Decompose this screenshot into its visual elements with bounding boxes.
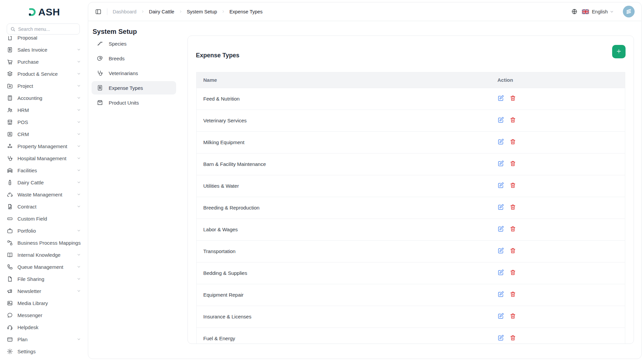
sidebar-item-hrm[interactable]: HRM bbox=[0, 104, 87, 116]
delete-button[interactable] bbox=[509, 313, 516, 320]
sidebar-item-contract[interactable]: Contract bbox=[0, 200, 87, 213]
edit-button[interactable] bbox=[497, 248, 504, 255]
edit-icon bbox=[497, 247, 504, 255]
sidebar-item-file-sharing[interactable]: File Sharing bbox=[0, 273, 87, 285]
table-row: Milking Equipment bbox=[197, 131, 625, 153]
sidebar-item-business-process-mappings[interactable]: Business Process Mappings bbox=[0, 237, 87, 249]
table-row: Utilities & Water bbox=[197, 175, 625, 197]
setup-menu-item-species[interactable]: Species bbox=[92, 37, 176, 50]
sidebar-item-property-management[interactable]: Property Management bbox=[0, 140, 87, 152]
sidebar-item-portfolio[interactable]: Portfolio bbox=[0, 225, 87, 237]
edit-button[interactable] bbox=[497, 204, 504, 211]
edit-button[interactable] bbox=[497, 226, 504, 233]
search-icon bbox=[10, 26, 15, 32]
chevron-down-icon bbox=[76, 156, 81, 161]
delete-button[interactable] bbox=[509, 226, 516, 233]
delete-button[interactable] bbox=[509, 270, 516, 277]
delete-icon bbox=[509, 291, 516, 299]
sidebar-item-hospital-management[interactable]: Hospital Management bbox=[0, 152, 87, 164]
breadcrumb-expense-types[interactable]: Expense Types bbox=[229, 9, 263, 14]
setup-menu-item-veterinarians[interactable]: Veterinarians bbox=[92, 66, 176, 80]
messenger-icon bbox=[7, 312, 13, 318]
delete-button[interactable] bbox=[509, 161, 516, 168]
setup-menu-item-breeds[interactable]: Breeds bbox=[92, 52, 176, 65]
search-input[interactable] bbox=[7, 23, 80, 35]
delete-button[interactable] bbox=[509, 204, 516, 211]
sidebar-toggle-icon[interactable] bbox=[95, 8, 102, 15]
chevron-right-icon bbox=[178, 9, 183, 14]
setup-menu-item-product-units[interactable]: Product Units bbox=[92, 96, 176, 109]
delete-button[interactable] bbox=[509, 335, 516, 342]
edit-button[interactable] bbox=[497, 335, 504, 342]
sidebar-item-dairy-cattle[interactable]: Dairy Cattle bbox=[0, 176, 87, 188]
sidebar-item-newsletter[interactable]: Newsletter bbox=[0, 285, 87, 297]
expense-types-card: Expense Types Name Action Feed & Nutriti… bbox=[187, 36, 634, 344]
sidebar-item-queue-management[interactable]: Queue Management bbox=[0, 261, 87, 273]
sidebar-item-crm[interactable]: CRM bbox=[0, 128, 87, 140]
chevron-right-icon bbox=[141, 9, 145, 14]
internal-knowledge-icon bbox=[7, 252, 13, 258]
setup-menu-item-label: Species bbox=[109, 41, 126, 47]
sidebar-item-label: Hospital Management bbox=[17, 156, 76, 161]
helpdesk-icon bbox=[7, 324, 13, 330]
waste-management-icon bbox=[7, 191, 13, 198]
sidebar-item-messenger[interactable]: Messenger bbox=[0, 309, 87, 321]
edit-button[interactable] bbox=[497, 313, 504, 320]
settings-icon bbox=[7, 348, 13, 355]
sidebar-item-plan[interactable]: Plan bbox=[0, 333, 87, 345]
breadcrumb-dashboard[interactable]: Dashboard bbox=[113, 9, 137, 14]
edit-button[interactable] bbox=[497, 270, 504, 277]
edit-button[interactable] bbox=[497, 161, 504, 168]
chevron-down-icon bbox=[76, 144, 81, 148]
sidebar-item-label: Settings bbox=[17, 349, 81, 354]
sidebar-item-label: Helpdesk bbox=[17, 324, 81, 330]
sidebar-item-label: Accounting bbox=[17, 95, 76, 101]
delete-button[interactable] bbox=[509, 96, 516, 102]
delete-button[interactable] bbox=[509, 117, 516, 124]
sidebar-item-accounting[interactable]: Accounting bbox=[0, 92, 87, 104]
sidebar-item-facilities[interactable]: Facilities bbox=[0, 164, 87, 176]
sidebar-item-internal-knowledge[interactable]: Internal Knowledge bbox=[0, 249, 87, 261]
sidebar-item-label: Custom Field bbox=[17, 216, 81, 222]
chevron-down-icon bbox=[76, 277, 81, 281]
edit-button[interactable] bbox=[497, 139, 504, 146]
edit-button[interactable] bbox=[497, 117, 504, 124]
sidebar-item-product-service[interactable]: Product & Service bbox=[0, 68, 87, 80]
breadcrumb-dairy-cattle[interactable]: Dairy Cattle bbox=[149, 9, 174, 14]
uk-flag-icon bbox=[582, 9, 589, 14]
sidebar-item-custom-field[interactable]: Custom Field bbox=[0, 213, 87, 225]
sidebar-item-helpdesk[interactable]: Helpdesk bbox=[0, 321, 87, 333]
logo-d-icon bbox=[26, 6, 38, 18]
sidebar-item-sales-invoice[interactable]: Sales Invoice bbox=[0, 44, 87, 56]
delete-button[interactable] bbox=[509, 248, 516, 255]
breadcrumb: DashboardDairy CattleSystem SetupExpense… bbox=[113, 9, 263, 14]
breadcrumb-system-setup[interactable]: System Setup bbox=[187, 9, 217, 14]
sidebar-item-project[interactable]: Project bbox=[0, 80, 87, 92]
edit-button[interactable] bbox=[497, 292, 504, 298]
sidebar-item-label: POS bbox=[17, 119, 76, 125]
delete-button[interactable] bbox=[509, 183, 516, 189]
contract-icon bbox=[7, 203, 13, 210]
edit-button[interactable] bbox=[497, 183, 504, 189]
sidebar-item-settings[interactable]: Settings bbox=[0, 345, 87, 357]
sidebar-item-media-library[interactable]: Media Library bbox=[0, 297, 87, 309]
sidebar-item-label: Proposal bbox=[17, 36, 81, 41]
add-expense-type-button[interactable] bbox=[612, 45, 626, 58]
delete-button[interactable] bbox=[509, 139, 516, 146]
avatar[interactable] bbox=[623, 6, 635, 17]
chevron-down-icon bbox=[76, 337, 81, 342]
delete-icon bbox=[509, 117, 516, 124]
edit-button[interactable] bbox=[497, 96, 504, 102]
delete-button[interactable] bbox=[509, 292, 516, 298]
chevron-down-icon bbox=[76, 96, 81, 100]
sidebar-item-proposal[interactable]: Proposal bbox=[0, 36, 87, 44]
setup-menu-item-expense-types[interactable]: Expense Types bbox=[92, 81, 176, 95]
delete-icon bbox=[509, 182, 516, 190]
sidebar-item-waste-management[interactable]: Waste Management bbox=[0, 188, 87, 200]
sidebar-item-pos[interactable]: POS bbox=[0, 116, 87, 128]
language-selector[interactable]: English bbox=[571, 8, 614, 15]
sidebar-item-label: Business Process Mappings bbox=[17, 240, 81, 246]
sidebar-item-purchase[interactable]: Purchase bbox=[0, 56, 87, 68]
table-row: Insurance & Licenses bbox=[197, 306, 625, 327]
chevron-right-icon bbox=[221, 9, 225, 14]
